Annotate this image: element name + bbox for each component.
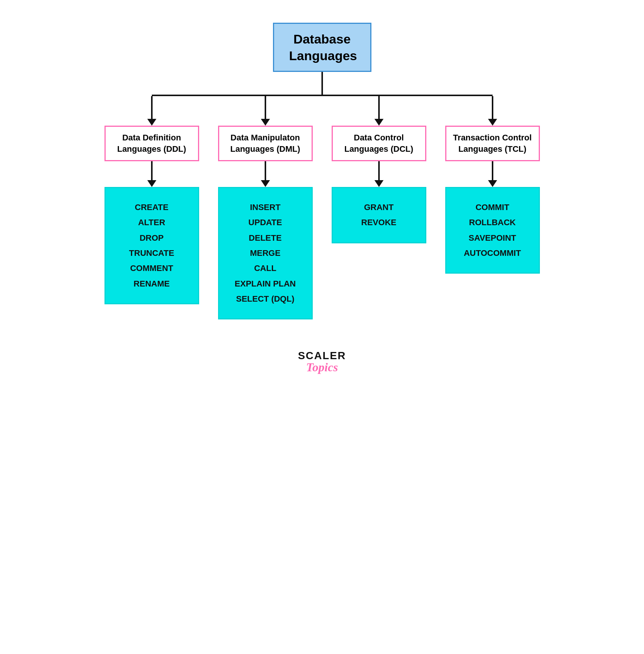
list-item: DROP xyxy=(113,233,190,243)
list-item: TRUNCATE xyxy=(113,248,190,258)
root-label: Database Languages xyxy=(289,32,357,63)
branch-vline-tcl xyxy=(492,96,493,119)
list-item: RENAME xyxy=(113,279,190,289)
category-tcl: Transaction Control Languages (TCL) xyxy=(445,126,540,161)
branches-row: Data Definition Languages (DDL) CREATE A… xyxy=(95,96,549,319)
arrow-tcl xyxy=(488,119,497,126)
list-item: UPDATE xyxy=(227,218,304,227)
arrow-dml-2 xyxy=(261,180,270,187)
list-item: CALL xyxy=(227,263,304,273)
list-item: SAVEPOINT xyxy=(454,233,531,243)
cat-connector-dcl xyxy=(374,161,384,187)
cat-vline-dcl xyxy=(378,161,380,180)
footer: SCALER Topics xyxy=(298,350,346,374)
branch-dml: Data Manipulaton Languages (DML) INSERT … xyxy=(209,96,322,319)
arrow-dml xyxy=(261,119,270,126)
footer-topics-text: Topics xyxy=(298,360,346,374)
list-item: AUTOCOMMIT xyxy=(454,248,531,258)
root-node: Database Languages xyxy=(273,23,371,72)
category-ddl-label: Data Definition Languages (DDL) xyxy=(117,133,186,154)
branch-tcl: Transaction Control Languages (TCL) COMM… xyxy=(436,96,549,319)
list-item: INSERT xyxy=(227,202,304,212)
cat-connector-ddl xyxy=(147,161,156,187)
category-dml-label: Data Manipulaton Languages (DML) xyxy=(230,133,300,154)
arrow-dcl xyxy=(374,119,384,126)
category-ddl: Data Definition Languages (DDL) xyxy=(104,126,199,161)
list-item: MERGE xyxy=(227,248,304,258)
diagram-wrapper: Database Languages Data Definition Langu… xyxy=(15,23,629,374)
cat-connector-dml xyxy=(261,161,270,187)
list-item: ALTER xyxy=(113,218,190,227)
category-dcl-label: Data Control Languages (DCL) xyxy=(344,133,413,154)
list-item: DELETE xyxy=(227,233,304,243)
list-item: COMMIT xyxy=(454,202,531,212)
list-box-tcl: COMMIT ROLLBACK SAVEPOINT AUTOCOMMIT xyxy=(445,187,540,274)
branch-vline-dcl xyxy=(378,96,380,119)
branch-ddl: Data Definition Languages (DDL) CREATE A… xyxy=(95,96,209,319)
arrow-dcl-2 xyxy=(374,180,384,187)
list-item: ROLLBACK xyxy=(454,218,531,227)
category-dcl: Data Control Languages (DCL) xyxy=(332,126,426,161)
arrow-ddl xyxy=(147,119,156,126)
branch-vline-ddl xyxy=(151,96,153,119)
list-item: COMMENT xyxy=(113,263,190,273)
list-item: SELECT (DQL) xyxy=(227,294,304,304)
list-item: CREATE xyxy=(113,202,190,212)
arrow-tcl-2 xyxy=(488,180,497,187)
list-item: EXPLAIN PLAN xyxy=(227,279,304,289)
category-dml: Data Manipulaton Languages (DML) xyxy=(218,126,313,161)
list-box-ddl: CREATE ALTER DROP TRUNCATE COMMENT RENAM… xyxy=(104,187,199,304)
cat-vline-dml xyxy=(265,161,266,180)
list-item: GRANT xyxy=(340,202,418,212)
cat-connector-tcl xyxy=(488,161,497,187)
branch-vline-dml xyxy=(265,96,266,119)
cat-vline-tcl xyxy=(492,161,493,180)
list-item: REVOKE xyxy=(340,218,418,227)
cat-vline-ddl xyxy=(151,161,153,180)
arrow-ddl-2 xyxy=(147,180,156,187)
category-tcl-label: Transaction Control Languages (TCL) xyxy=(453,133,532,154)
list-box-dml: INSERT UPDATE DELETE MERGE CALL EXPLAIN … xyxy=(218,187,313,320)
list-box-dcl: GRANT REVOKE xyxy=(332,187,426,243)
branch-dcl: Data Control Languages (DCL) GRANT REVOK… xyxy=(322,96,436,319)
root-connector xyxy=(321,72,323,95)
